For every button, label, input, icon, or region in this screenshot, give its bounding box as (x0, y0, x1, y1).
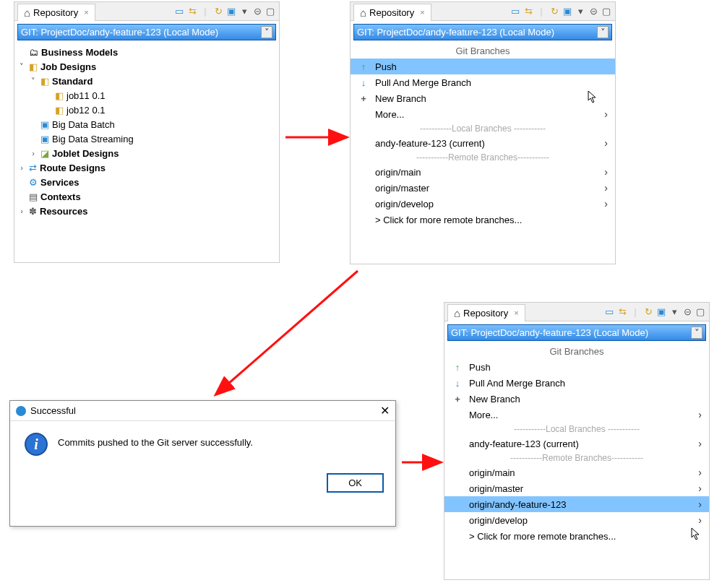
toolbar-icon-4[interactable]: ▣ (225, 6, 237, 17)
repo-selector[interactable]: GIT: ProjectDoc/andy-feature-123 (Local … (17, 24, 276, 40)
menu-item-more-remote[interactable]: > Click for more remote branches... (444, 528, 709, 544)
toolbar-icon-4[interactable]: ▣ (562, 6, 573, 17)
refresh-icon[interactable]: ↻ (549, 6, 560, 17)
tree-item-business-models[interactable]: 🗂Business Models (14, 45, 279, 59)
success-dialog: Successful ✕ i Commits pushed to the Git… (9, 400, 396, 527)
menu-item-more[interactable]: More... › (444, 407, 709, 423)
twisty-closed-icon[interactable]: › (29, 149, 38, 157)
tree-item-big-data-batch[interactable]: ▣Big Data Batch (14, 117, 279, 131)
menu-item-origin-develop[interactable]: origin/develop › (351, 196, 615, 212)
tree-icon: ▤ (29, 191, 38, 202)
menu-item-more[interactable]: More... › (351, 106, 615, 122)
menu-item-origin-main[interactable]: origin/main › (444, 464, 709, 480)
maximize-icon[interactable]: ▢ (695, 306, 706, 318)
close-tab-icon[interactable]: × (514, 308, 518, 317)
toolbar-icon-2[interactable]: ⇆ (523, 6, 534, 17)
home-icon (24, 7, 30, 19)
menu-item-pull[interactable]: ↓ Pull And Merge Branch (444, 375, 709, 391)
repo-selector[interactable]: GIT: ProjectDoc/andy-feature-123 (Local … (353, 24, 612, 40)
tab-label: Repository (33, 7, 78, 18)
app-icon (16, 406, 26, 416)
plus-icon: + (358, 93, 369, 104)
menu-item-push[interactable]: ↑ Push (351, 59, 615, 74)
repository-tab[interactable]: Repository × (447, 304, 525, 321)
tree-item-contexts[interactable]: ▤Contexts (14, 189, 279, 204)
maximize-icon[interactable]: ▢ (265, 6, 276, 17)
arrow-up-icon: ↑ (452, 362, 463, 373)
menu-item-local-current[interactable]: andy-feature-123 (current) › (351, 135, 615, 151)
close-icon[interactable]: ✕ (380, 404, 390, 418)
menu-item-origin-master[interactable]: origin/master › (444, 480, 709, 496)
chevron-down-icon[interactable]: ˅ (597, 26, 609, 38)
tree-item-route-designs[interactable]: ›⇄Route Designs (14, 160, 279, 175)
twisty-open-icon[interactable]: ˅ (17, 62, 26, 72)
menu-item-origin-andy-feature-123[interactable]: origin/andy-feature-123 › (444, 496, 709, 512)
ok-button[interactable]: OK (327, 473, 384, 493)
menu-item-new-branch[interactable]: + New Branch (351, 90, 615, 106)
toolbar-icon-1[interactable]: ▭ (510, 6, 521, 17)
menu-item-push[interactable]: ↑ Push (444, 359, 709, 375)
toolbar-icon-1[interactable]: ▭ (603, 306, 615, 318)
menu-item-origin-main[interactable]: origin/main › (351, 164, 615, 180)
tree-icon: 🗂 (29, 47, 38, 58)
toolbar-icon-2[interactable]: ⇆ (616, 306, 628, 318)
refresh-icon[interactable]: ↻ (212, 6, 224, 17)
chevron-right-icon: › (698, 438, 702, 449)
close-tab-icon[interactable]: × (420, 8, 424, 17)
arrow-down-icon: ↓ (452, 378, 463, 389)
toolbar-icon-4[interactable]: ▣ (656, 306, 667, 318)
repository-tab[interactable]: Repository × (17, 4, 95, 21)
repository-tab[interactable]: Repository × (353, 4, 431, 21)
minimize-icon[interactable]: ⊝ (252, 6, 263, 17)
minimize-icon[interactable]: ⊝ (682, 306, 693, 318)
tree-item-services[interactable]: ⚙Services (14, 175, 279, 189)
separator-remote: -----------Remote Branches----------- (444, 451, 709, 464)
close-tab-icon[interactable]: × (84, 8, 88, 17)
twisty-closed-icon[interactable]: › (17, 163, 26, 172)
tree-item-job11[interactable]: ◧job11 0.1 (14, 88, 279, 103)
repo-selector-text: GIT: ProjectDoc/andy-feature-123 (Local … (357, 27, 554, 38)
repository-tree[interactable]: 🗂Business Models ˅◧Job Designs ˅◧Standar… (14, 43, 279, 262)
menu-item-new-branch[interactable]: + New Branch (444, 391, 709, 407)
chevron-right-icon: › (698, 467, 702, 478)
home-icon (360, 7, 366, 19)
menu-item-more-remote[interactable]: > Click for more remote branches... (351, 212, 615, 228)
view-menu-icon[interactable]: ▾ (238, 6, 250, 17)
view-menu-icon[interactable]: ▾ (575, 6, 586, 17)
tree-icon: ⚙ (29, 177, 38, 188)
tree-item-job12[interactable]: ◧job12 0.1 (14, 103, 279, 117)
job-icon: ◧ (55, 90, 64, 101)
chevron-down-icon[interactable]: ˅ (261, 26, 272, 38)
tree-item-standard[interactable]: ˅◧Standard (14, 74, 279, 88)
arrow-down-icon: ↓ (358, 77, 369, 88)
chevron-right-icon: › (604, 166, 608, 178)
job-icon: ◧ (55, 105, 64, 116)
dialog-message: Commits pushed to the Git server success… (58, 433, 253, 448)
repo-selector-text: GIT: ProjectDoc/andy-feature-123 (Local … (451, 327, 648, 338)
menu-item-origin-develop[interactable]: origin/develop › (444, 512, 709, 528)
tree-item-resources[interactable]: ›✽Resources (14, 204, 279, 218)
menu-item-local-current[interactable]: andy-feature-123 (current) › (444, 436, 709, 451)
minimize-icon[interactable]: ⊝ (588, 6, 599, 17)
twisty-open-icon[interactable]: ˅ (29, 77, 38, 86)
tree-item-big-data-streaming[interactable]: ▣Big Data Streaming (14, 131, 279, 146)
repo-selector-text: GIT: ProjectDoc/andy-feature-123 (Local … (21, 27, 218, 38)
chevron-right-icon: › (604, 198, 608, 209)
twisty-closed-icon[interactable]: › (17, 207, 26, 215)
menu-item-pull[interactable]: ↓ Pull And Merge Branch (351, 74, 615, 90)
toolbar-icon-2[interactable]: ⇆ (186, 6, 198, 17)
repo-selector[interactable]: GIT: ProjectDoc/andy-feature-123 (Local … (447, 324, 706, 341)
tree-icon: ✽ (29, 206, 37, 217)
plus-icon: + (452, 394, 463, 405)
menu-item-origin-master[interactable]: origin/master › (351, 180, 615, 196)
separator-remote: -----------Remote Branches----------- (351, 151, 615, 164)
refresh-icon[interactable]: ↻ (643, 306, 654, 318)
dialog-body: i Commits pushed to the Git server succe… (10, 421, 395, 467)
tree-item-job-designs[interactable]: ˅◧Job Designs (14, 59, 279, 74)
view-menu-icon[interactable]: ▾ (669, 306, 680, 318)
maximize-icon[interactable]: ▢ (601, 6, 612, 17)
chevron-down-icon[interactable]: ˅ (691, 327, 702, 339)
repository-panel-menu-push: Repository × ▭ ⇆ | ↻ ▣ ▾ ⊝ ▢ GIT: Projec… (350, 1, 616, 264)
tree-item-joblet-designs[interactable]: ›◪Joblet Designs (14, 146, 279, 160)
toolbar-icon-1[interactable]: ▭ (173, 6, 185, 17)
